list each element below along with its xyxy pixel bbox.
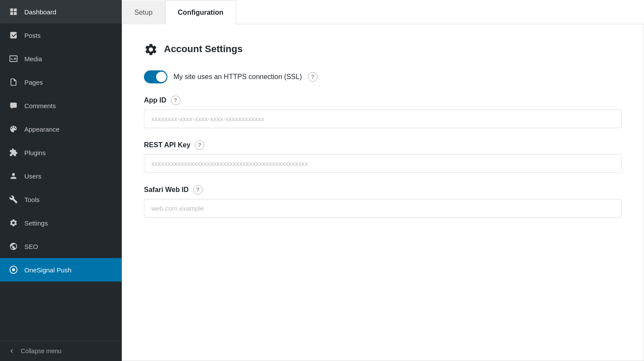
collapse-menu[interactable]: Collapse menu [0, 341, 122, 361]
toggle-track [144, 70, 167, 83]
sidebar-item-comments[interactable]: Comments [0, 94, 122, 117]
section-title: Account Settings [164, 43, 243, 55]
sidebar-label-appearance: Appearance [24, 126, 60, 133]
app-id-input[interactable] [144, 109, 622, 128]
app-id-help-badge[interactable]: ? [171, 96, 180, 105]
sidebar-item-seo[interactable]: SEO [0, 235, 122, 258]
seo-icon [8, 241, 19, 252]
sidebar-item-onesignal[interactable]: OneSignal Push [0, 258, 122, 282]
app-id-field-group: App ID ? [144, 96, 622, 128]
svg-rect-2 [10, 12, 13, 15]
onesignal-icon [8, 264, 19, 275]
ssl-help-badge[interactable]: ? [308, 72, 317, 82]
sidebar-item-appearance[interactable]: Appearance [0, 117, 122, 141]
sidebar-label-onesignal: OneSignal Push [24, 266, 71, 274]
gear-icon [144, 42, 158, 56]
svg-rect-3 [14, 12, 17, 15]
sidebar-item-users[interactable]: Users [0, 164, 122, 188]
sidebar-label-comments: Comments [24, 102, 56, 109]
sidebar-label-dashboard: Dashboard [24, 8, 56, 16]
rest-api-key-label-row: REST API Key ? [144, 140, 622, 150]
comments-icon [8, 100, 19, 111]
media-icon [8, 53, 19, 64]
tab-configuration[interactable]: Configuration [165, 0, 236, 24]
users-icon [8, 170, 19, 182]
app-id-label: App ID [144, 96, 167, 104]
content-panel: Account Settings My site uses an HTTPS c… [122, 24, 644, 361]
sidebar-item-plugins[interactable]: Plugins [0, 141, 122, 164]
safari-web-id-label: Safari Web ID [144, 186, 189, 194]
safari-web-id-help-badge[interactable]: ? [193, 185, 203, 195]
sidebar-item-dashboard[interactable]: Dashboard [0, 0, 122, 23]
safari-web-id-input[interactable] [144, 199, 622, 218]
pages-icon [8, 76, 19, 88]
sidebar-label-users: Users [24, 172, 41, 180]
sidebar-label-media: Media [24, 55, 42, 63]
collapse-label: Collapse menu [21, 348, 61, 354]
settings-icon [8, 217, 19, 229]
rest-api-key-field-group: REST API Key ? [144, 140, 622, 173]
tab-setup[interactable]: Setup [122, 0, 165, 24]
tools-icon [8, 194, 19, 205]
dashboard-icon [8, 6, 19, 17]
ssl-toggle[interactable] [144, 70, 167, 83]
ssl-toggle-row: My site uses an HTTPS connection (SSL) ? [144, 70, 622, 83]
svg-rect-0 [10, 9, 13, 12]
collapse-icon [8, 347, 16, 355]
sidebar-label-seo: SEO [24, 243, 38, 250]
tabs-bar: Setup Configuration [122, 0, 644, 24]
sidebar-label-settings: Settings [24, 219, 48, 227]
rest-api-key-input[interactable] [144, 154, 622, 173]
posts-icon [8, 30, 19, 41]
sidebar-item-posts[interactable]: Posts [0, 23, 122, 47]
plugins-icon [8, 147, 19, 158]
sidebar-label-pages: Pages [24, 79, 43, 86]
toggle-knob [156, 72, 167, 82]
svg-point-5 [12, 268, 15, 272]
sidebar-item-settings[interactable]: Settings [0, 211, 122, 235]
sidebar-item-pages[interactable]: Pages [0, 70, 122, 94]
sidebar-label-plugins: Plugins [24, 149, 46, 156]
ssl-label: My site uses an HTTPS connection (SSL) [174, 73, 302, 81]
safari-web-id-field-group: Safari Web ID ? [144, 185, 622, 218]
app-id-label-row: App ID ? [144, 96, 622, 105]
appearance-icon [8, 123, 19, 135]
svg-rect-1 [14, 9, 17, 12]
rest-api-key-help-badge[interactable]: ? [195, 140, 204, 150]
sidebar-label-tools: Tools [24, 196, 40, 203]
sidebar-item-tools[interactable]: Tools [0, 188, 122, 211]
rest-api-key-label: REST API Key [144, 141, 190, 149]
sidebar: Dashboard Posts Media Pages Comments App… [0, 0, 122, 361]
section-header: Account Settings [144, 42, 622, 56]
main-content: Setup Configuration Account Settings My … [122, 0, 644, 361]
sidebar-item-media[interactable]: Media [0, 47, 122, 70]
sidebar-label-posts: Posts [24, 32, 41, 39]
safari-web-id-label-row: Safari Web ID ? [144, 185, 622, 195]
